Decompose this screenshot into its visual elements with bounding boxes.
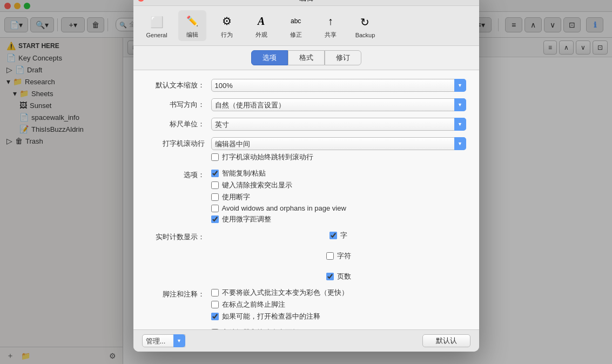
micro-spacing-row: 使用微字距调整 [211,214,466,224]
footnote-no-color-row: 不要将嵌入式批注文本变为彩色（更快） [211,288,466,298]
writing-direction-label: 书写方向： [146,98,211,110]
options-control: 智能复制/粘贴 键入清除搜索突出显示 使用断字 Avoid widow [211,168,466,224]
word-break-checkbox[interactable] [211,193,219,201]
smart-copy-label: 智能复制/粘贴 [222,168,266,178]
behavior-icon: ⚙ [218,12,236,30]
zoom-label: 默认文本缩放： [146,79,211,90]
footnote-open-inspector-label: 如果可能，打开检查器中的注释 [222,312,320,321]
typewriter-checkbox-row: 打字机滚动始终跳转到滚动行 [211,152,466,162]
share-prefs-icon: ↑ [322,12,339,30]
prefs-appearance-label: 外观 [255,31,267,39]
default-btn-label: 默认认 [436,336,457,345]
footnote-disable-before-checkbox[interactable] [211,301,219,308]
footnotes-label: 脚注和注释： [146,288,211,299]
dialog-title: 编辑 [299,0,313,3]
prefs-backup-label: Backup [355,32,375,38]
typewriter-scroll-select[interactable]: 编辑器中间 [211,137,466,150]
prefs-toolbar: ⬜ General ✏️ 编辑 ⚙ 行为 A 外观 abc 修正 [133,6,479,46]
tab-options[interactable]: 选项 [251,50,288,65]
count-chars-row: 字 [329,231,347,240]
writing-direction-row: 书写方向： 自然（使用语言设置） [146,98,466,111]
footer-left: 管理... [142,334,185,347]
micro-spacing-label: 使用微字距调整 [222,214,271,224]
cursor-flash-control: 主编辑器和快速参考面板 写作模式 [211,328,466,329]
count-words-row: 字符 [326,251,351,261]
ruler-units-select[interactable]: 英寸 [211,118,466,131]
typewriter-scroll-control: 编辑器中间 打字机滚动始终跳转到滚动行 [211,137,466,162]
appearance-icon: A [253,12,270,30]
prefs-correction-btn[interactable]: abc 修正 [282,10,310,41]
count-pages-row: 页数 [326,272,351,281]
widows-orphans-checkbox[interactable] [211,205,219,212]
word-break-row: 使用断字 [211,192,466,202]
count-chars-checkbox[interactable] [329,232,337,239]
writing-direction-select-wrapper: 自然（使用语言设置） [211,98,466,111]
options-label: 选项： [146,168,211,180]
prefs-backup-btn[interactable]: ↻ Backup [351,11,380,41]
cursor-main-editor-row: 主编辑器和快速参考面板 [211,328,466,329]
zoom-select[interactable]: 100% [211,79,466,92]
general-icon: ⬜ [148,14,165,31]
prefs-appearance-btn[interactable]: A 外观 [247,10,275,41]
typewriter-scroll-row: 打字机滚动行 编辑器中间 打字机滚动始终跳转到滚动行 [146,137,466,162]
dialog-close-btn[interactable] [138,0,144,2]
prefs-edit-btn[interactable]: ✏️ 编辑 [178,10,206,41]
prefs-correction-label: 修正 [290,31,302,39]
count-chars-label: 字 [340,231,347,240]
zoom-control: 100% [211,79,466,92]
widows-orphans-row: Avoid widows and orphans in page view [211,204,466,212]
prefs-share-btn[interactable]: ↑ 共享 [317,10,345,41]
prefs-behavior-btn[interactable]: ⚙ 行为 [213,10,241,41]
default-btn[interactable]: 默认认 [422,334,470,347]
micro-spacing-checkbox[interactable] [211,215,219,223]
backup-icon: ↻ [357,14,374,31]
smart-copy-checkbox[interactable] [211,170,219,177]
ruler-units-row: 标尺单位： 英寸 [146,118,466,131]
footnote-no-color-label: 不要将嵌入式批注文本变为彩色（更快） [222,288,348,298]
preferences-dialog: 编辑 ⬜ General ✏️ 编辑 ⚙ 行为 A 外观 [133,0,479,352]
count-words-checkbox[interactable] [326,252,334,260]
zoom-row: 默认文本缩放： 100% [146,79,466,92]
prefs-content: 默认文本缩放： 100% 书写方向： [133,70,479,329]
ruler-units-label: 标尺单位： [146,118,211,129]
prefs-general-label: General [146,32,167,38]
live-count-label: 实时计数显示： [146,231,211,242]
live-count-control: 字 字符 页数 [211,231,466,281]
writing-direction-control: 自然（使用语言设置） [211,98,466,111]
writing-direction-select[interactable]: 自然（使用语言设置） [211,98,466,111]
count-pages-label: 页数 [337,272,351,281]
manage-select[interactable]: 管理... [142,334,185,347]
clear-search-checkbox[interactable] [211,181,219,189]
clear-search-label: 键入清除搜索突出显示 [222,180,292,190]
footnotes-control: 不要将嵌入式批注文本变为彩色（更快） 在标点之前终止脚注 如果可能，打开检查器中… [211,288,466,321]
cursor-main-editor-checkbox[interactable] [211,329,219,329]
prefs-footer: 管理... 默认认 [133,329,479,352]
count-pages-checkbox[interactable] [326,273,334,280]
widows-orphans-label: Avoid widows and orphans in page view [222,204,346,212]
footnote-open-inspector-checkbox[interactable] [211,313,219,320]
zoom-select-wrapper: 100% [211,79,466,92]
typewriter-checkbox-label: 打字机滚动始终跳转到滚动行 [222,152,313,162]
tab-format[interactable]: 格式 [288,50,325,65]
typewriter-checkbox[interactable] [211,153,219,161]
manage-select-wrapper: 管理... [142,334,185,347]
options-row: 选项： 智能复制/粘贴 键入清除搜索突出显示 使用断字 [146,168,466,224]
cursor-main-editor-label: 主编辑器和快速参考面板 [222,328,299,329]
prefs-general-btn[interactable]: ⬜ General [142,11,172,41]
ruler-units-select-wrapper: 英寸 [211,118,466,131]
footnote-open-inspector-row: 如果可能，打开检查器中的注释 [211,312,466,321]
word-break-label: 使用断字 [222,192,250,202]
prefs-edit-label: 编辑 [186,31,198,39]
cursor-flash-label: 在以下禁用插入点闪烁： [146,328,211,329]
footnote-no-color-checkbox[interactable] [211,289,219,296]
prefs-behavior-label: 行为 [221,31,233,39]
cursor-flash-row: 在以下禁用插入点闪烁： 主编辑器和快速参考面板 写作模式 [146,328,466,329]
count-words-label: 字符 [337,251,351,261]
edit-icon: ✏️ [184,12,201,30]
footnotes-row: 脚注和注释： 不要将嵌入式批注文本变为彩色（更快） 在标点之前终止脚注 如 [146,288,466,321]
tab-revision[interactable]: 修订 [325,50,361,65]
tab-bar: 选项 格式 修订 [133,46,479,70]
typewriter-scroll-label: 打字机滚动行 [146,137,211,149]
dialog-title-bar: 编辑 [133,0,479,6]
typewriter-scroll-select-wrapper: 编辑器中间 [211,137,466,150]
